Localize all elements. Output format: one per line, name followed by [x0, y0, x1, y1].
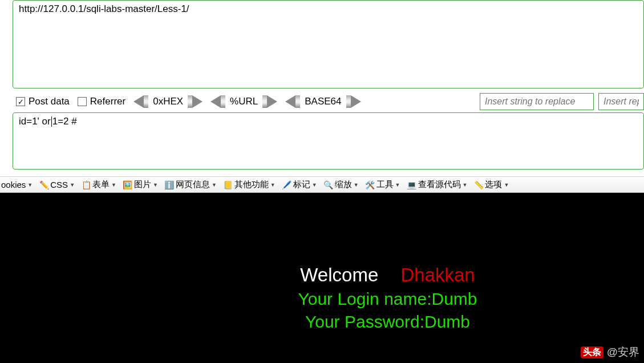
terminal-icon: 💻 [407, 180, 416, 189]
welcome-heading: Welcome Dhakkan [0, 264, 570, 286]
images-menu[interactable]: 🖼️ 图片 ▼ [123, 179, 158, 190]
password-line: Your Password:Dumb [0, 312, 570, 332]
pencil-icon: ✏️ [39, 180, 48, 189]
url-textarea[interactable]: http://127.0.0.1/sqli-labs-master/Less-1… [13, 0, 644, 88]
highlighter-icon: 🖊️ [282, 180, 291, 189]
arrow-body-icon [295, 95, 300, 108]
arrow-body-icon [346, 95, 351, 108]
mark-label: 标记 [293, 179, 310, 190]
other-label: 其他功能 [234, 179, 269, 190]
dropdown-icon: ▼ [312, 182, 317, 188]
view-source-menu[interactable]: 💻 查看源代码 ▼ [407, 179, 468, 190]
find-input[interactable] [480, 93, 594, 110]
post-value-before: id=1' or [19, 116, 51, 127]
cookies-label: ookies [1, 180, 26, 189]
arrow-right-icon [267, 95, 277, 108]
image-icon: 🖼️ [123, 180, 132, 189]
url-value: http://127.0.0.1/sqli-labs-master/Less-1… [19, 3, 189, 14]
dropdown-icon: ▼ [270, 182, 276, 188]
forms-label: 表单 [92, 179, 110, 190]
clipboard-icon: 📋 [82, 180, 91, 189]
post-value-after: 1=2 # [52, 116, 77, 127]
tools-menu[interactable]: 🛠️ 工具 ▼ [366, 179, 400, 190]
dropdown-icon: ▼ [111, 182, 116, 188]
arrow-left-icon [133, 95, 144, 108]
options-label: 选项 [485, 179, 502, 190]
login-name-line: Your Login name:Dumb [0, 289, 570, 309]
base64-label: BASE64 [300, 96, 346, 107]
hex-button[interactable]: 0xHEX [133, 95, 202, 108]
watermark: 头条 @安界 [581, 345, 639, 360]
dropdown-icon: ▼ [354, 182, 359, 188]
post-data-checkbox-wrap[interactable]: ✓ Post data [16, 96, 70, 107]
forms-menu[interactable]: 📋 表单 ▼ [82, 179, 116, 190]
mark-menu[interactable]: 🖊️ 标记 ▼ [282, 179, 317, 190]
hex-label: 0xHEX [148, 96, 188, 107]
dropdown-icon: ▼ [70, 182, 75, 188]
options-menu[interactable]: 📏 选项 ▼ [474, 179, 509, 190]
zoom-label: 缩放 [335, 179, 352, 190]
base64-button[interactable]: BASE64 [285, 95, 361, 108]
arrow-body-icon [188, 95, 192, 108]
name-text: Dhakkan [400, 264, 475, 285]
dropdown-icon: ▼ [504, 182, 509, 188]
arrow-right-icon [192, 95, 202, 108]
page-content: Welcome Dhakkan Your Login name:Dumb You… [0, 193, 644, 363]
tools-label: 工具 [376, 179, 394, 190]
view-source-label: 查看源代码 [418, 179, 461, 190]
images-label: 图片 [134, 179, 151, 190]
arrow-body-icon [221, 95, 225, 108]
wrench-icon: 🛠️ [366, 180, 375, 189]
url-button[interactable]: %URL [210, 95, 277, 108]
watermark-badge: 头条 [581, 346, 604, 358]
text-cursor [51, 116, 52, 127]
page-info-label: 网页信息 [176, 179, 210, 190]
page-info-menu[interactable]: ℹ️ 网页信息 ▼ [165, 179, 217, 190]
url-label: %URL [225, 96, 262, 107]
zoom-menu[interactable]: 🔍 缩放 ▼ [324, 179, 359, 190]
watermark-handle: @安界 [607, 345, 639, 360]
other-menu[interactable]: 📒 其他功能 ▼ [224, 179, 276, 190]
info-icon: ℹ️ [165, 180, 174, 189]
cookies-menu[interactable]: ookies ▼ [1, 180, 33, 189]
post-data-label: Post data [29, 96, 70, 107]
replace-input[interactable] [598, 93, 644, 110]
arrow-body-icon [262, 95, 267, 108]
css-menu[interactable]: ✏️ CSS ▼ [39, 180, 75, 189]
dropdown-icon: ▼ [153, 182, 158, 188]
post-data-textarea[interactable]: id=1' or1=2 # [13, 112, 644, 170]
notebook-icon: 📒 [224, 180, 233, 189]
ruler-icon: 📏 [474, 180, 483, 189]
welcome-text: Welcome [300, 264, 378, 285]
post-data-checkbox[interactable]: ✓ [16, 97, 25, 106]
dropdown-icon: ▼ [395, 182, 400, 188]
insert-inputs [480, 93, 644, 110]
referrer-checkbox-wrap[interactable]: Referrer [78, 96, 125, 107]
arrow-body-icon [144, 95, 148, 108]
dropdown-icon: ▼ [27, 182, 33, 188]
referrer-label: Referrer [90, 96, 125, 107]
dropdown-icon: ▼ [212, 182, 217, 188]
developer-toolbar: ookies ▼ ✏️ CSS ▼ 📋 表单 ▼ 🖼️ 图片 ▼ ℹ️ 网页信息… [0, 176, 644, 193]
css-label: CSS [50, 180, 68, 189]
referrer-checkbox[interactable] [78, 97, 87, 106]
control-bar: ✓ Post data Referrer 0xHEX %URL BASE64 [0, 92, 644, 112]
arrow-left-icon [285, 95, 295, 108]
arrow-right-icon [351, 95, 361, 108]
dropdown-icon: ▼ [463, 182, 468, 188]
magnifier-icon: 🔍 [324, 180, 333, 189]
arrow-left-icon [210, 95, 221, 108]
